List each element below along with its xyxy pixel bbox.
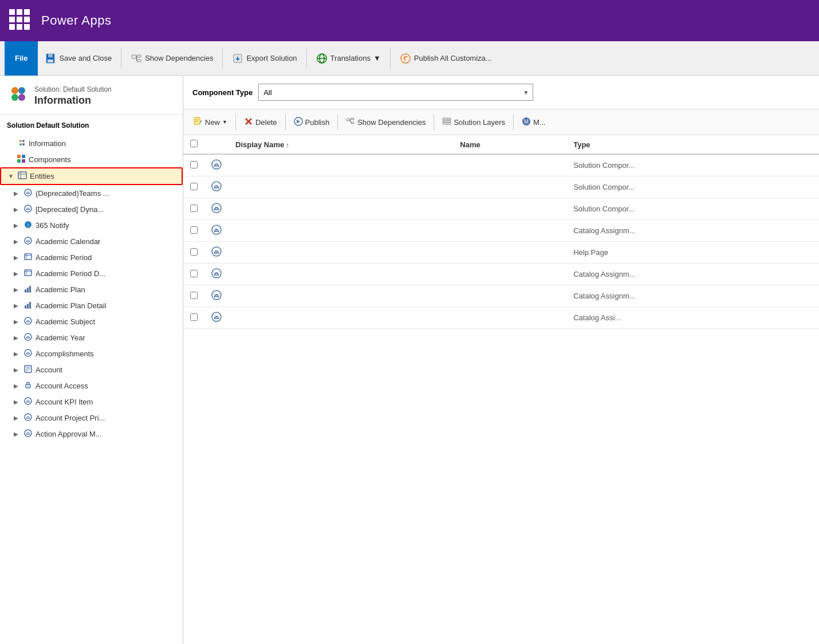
table-row[interactable]: Catalog Assi... (183, 307, 819, 329)
apps-grid-icon[interactable] (9, 9, 32, 32)
new-label: New (205, 118, 220, 127)
show-deps-action-button[interactable]: Show Dependencies (340, 112, 431, 132)
svg-point-64 (25, 398, 32, 405)
acad-period-icon (23, 253, 33, 262)
svg-rect-25 (17, 159, 21, 163)
row-checkbox[interactable] (183, 220, 204, 242)
table-row[interactable]: Help Page (183, 242, 819, 264)
nav-item-academic-plan-detail[interactable]: ▶ Academic Plan Detail (0, 297, 183, 313)
row-name (453, 242, 566, 264)
nav-item-accomplishments[interactable]: ▶ Accomplishments (0, 345, 183, 362)
entities-icon (17, 171, 27, 182)
nav-item-365notify[interactable]: ▶ ! 365 Notify (0, 217, 183, 233)
nav-item-academic-calendar[interactable]: ▶ Academic Calendar (0, 233, 183, 249)
notify-icon: ! (23, 221, 33, 230)
account-label: Account (36, 366, 62, 374)
save-close-label: Save and Close (59, 54, 112, 62)
save-close-button[interactable]: Save and Close (39, 46, 117, 71)
row-icon (204, 242, 229, 264)
table-row[interactable]: Catalog Assignm... (183, 220, 819, 242)
translations-button[interactable]: Translations ▼ (310, 46, 387, 71)
component-type-select[interactable]: All Entities Fields Relationships Forms … (258, 84, 533, 101)
depr-dyna-icon (23, 205, 33, 214)
solution-layers-icon (442, 117, 451, 128)
row-type: Solution Compor... (566, 176, 819, 198)
main-layout: Solution: Default Solution Information S… (0, 76, 819, 644)
nav-item-account-project-pri[interactable]: ▶ Account Project Pri... (0, 410, 183, 426)
row-checkbox[interactable] (183, 176, 204, 198)
svg-rect-24 (22, 155, 25, 158)
acad-subject-icon (23, 317, 33, 327)
components-icon (16, 154, 26, 165)
svg-point-19 (19, 140, 22, 142)
svg-point-63 (27, 386, 29, 387)
row-checkbox[interactable] (183, 198, 204, 220)
row-checkbox[interactable] (183, 307, 204, 329)
solution-icon (7, 83, 30, 109)
table-row[interactable]: Catalog Assignm... (183, 264, 819, 285)
svg-rect-70 (194, 117, 200, 124)
svg-point-22 (22, 143, 25, 146)
acad-period-d-label: Academic Period D... (36, 269, 105, 278)
row-checkbox[interactable] (183, 242, 204, 264)
publish-all-button[interactable]: Publish All Customiza... (394, 46, 498, 71)
file-button[interactable]: File (5, 41, 38, 76)
nav-item-entities[interactable]: ▼ Entities (0, 167, 183, 185)
table-row[interactable]: Solution Compor... (183, 176, 819, 198)
account-icon (23, 365, 33, 375)
new-button[interactable]: New ▼ (188, 112, 233, 132)
header-display-name[interactable]: Display Name (229, 135, 453, 154)
header-name[interactable]: Name (453, 135, 566, 154)
svg-point-111 (215, 316, 218, 318)
nav-item-deprecated-dyna[interactable]: ▶ [Deprecated] Dyna... (0, 201, 183, 217)
header-checkbox[interactable] (183, 135, 204, 154)
table-row[interactable]: Solution Compor... (183, 154, 819, 176)
nav-item-components[interactable]: Components (0, 151, 183, 167)
row-name (453, 198, 566, 220)
row-checkbox[interactable] (183, 264, 204, 285)
table-row[interactable]: Catalog Assignm... (183, 285, 819, 307)
nav-item-account-kpi[interactable]: ▶ Account KPI Item (0, 394, 183, 410)
row-display-name (229, 220, 453, 242)
svg-point-108 (215, 294, 218, 296)
nav-item-account-access[interactable]: ▶ Account Access (0, 378, 183, 394)
action-sep-3 (337, 114, 338, 130)
nav-item-action-approval[interactable]: ▶ Action Approval M... (0, 426, 183, 442)
select-all-checkbox[interactable] (190, 140, 198, 147)
nav-item-academic-period[interactable]: ▶ Academic Period (0, 249, 183, 265)
solution-layers-button[interactable]: Solution Layers (436, 112, 511, 132)
show-deps-label: Show Dependencies (145, 54, 213, 62)
nav-item-academic-subject[interactable]: ▶ Academic Subject (0, 313, 183, 329)
information-icon (16, 138, 26, 149)
show-deps-button[interactable]: Show Dependencies (125, 46, 219, 71)
nav-item-information[interactable]: Information (0, 135, 183, 151)
components-label: Components (29, 155, 71, 164)
nav-item-academic-year[interactable]: ▶ Academic Year (0, 329, 183, 345)
export-icon (232, 53, 243, 64)
app-title: Power Apps (41, 13, 111, 28)
publish-label: Publish (305, 118, 330, 127)
nav-item-academic-plan[interactable]: ▶ Academic Plan (0, 281, 183, 297)
nav-item-account[interactable]: ▶ Account (0, 362, 183, 378)
show-deps-icon (131, 53, 142, 64)
row-name (453, 220, 566, 242)
nav-item-academic-period-d[interactable]: ▶ Academic Period D... (0, 265, 183, 281)
acad-year-icon (23, 333, 33, 343)
more-button[interactable]: M M... (516, 112, 552, 132)
table-row[interactable]: Solution Compor... (183, 198, 819, 220)
export-solution-button[interactable]: Export Solution (226, 46, 302, 71)
svg-point-102 (215, 250, 218, 253)
row-type: Solution Compor... (566, 198, 819, 220)
nav-item-deprecated-teams[interactable]: ▶ (Deprecated)Teams ... (0, 185, 183, 201)
row-checkbox[interactable] (183, 285, 204, 307)
publish-all-icon (400, 53, 411, 64)
more-label: M... (533, 118, 546, 127)
row-checkbox[interactable] (183, 154, 204, 176)
svg-point-36 (25, 237, 32, 244)
header-icon-col (204, 135, 229, 154)
component-type-label: Component Type (192, 88, 253, 97)
header-type[interactable]: Type (566, 135, 819, 154)
delete-button[interactable]: Delete (238, 112, 283, 132)
solution-header-label: Solution: Default Solution (34, 85, 112, 93)
publish-button[interactable]: Publish (288, 112, 336, 132)
